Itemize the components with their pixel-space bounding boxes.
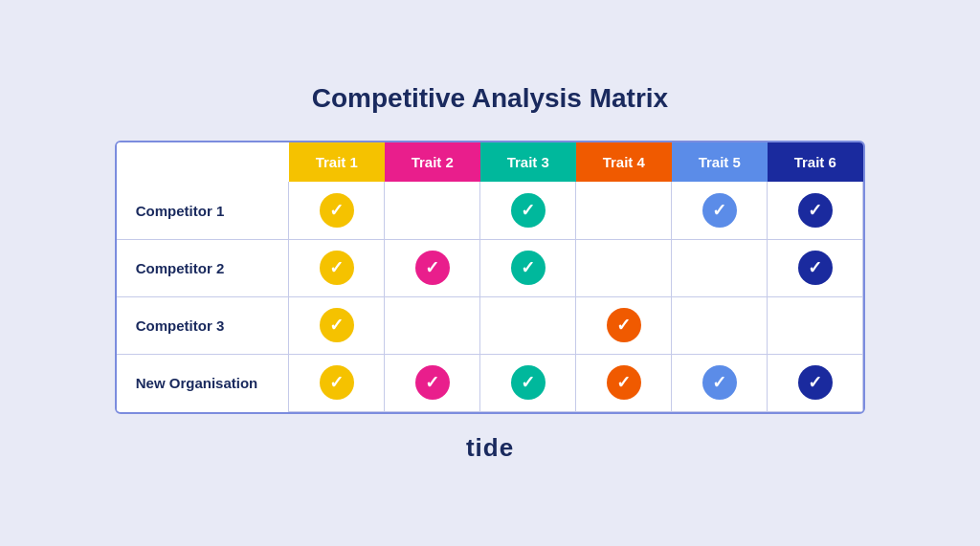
check-icon-r3-c1 [320,308,354,342]
check-icon-r1-c3 [511,193,546,228]
brand-footer: tide [466,433,514,463]
row-label-1: Competitor 1 [117,182,289,239]
check-icon-r2-c2 [415,251,450,285]
check-icon-r1-c5 [702,193,737,228]
check-icon-r4-c6 [798,365,833,400]
trait-header-5: Trait 5 [672,142,768,182]
check-icon-r1-c1 [320,193,354,228]
cell-r1-c4 [576,182,672,239]
cell-r4-c6 [768,354,863,411]
check-icon-r4-c5 [702,365,737,400]
matrix-container: Trait 1Trait 2Trait 3Trait 4Trait 5Trait… [115,141,866,414]
table-row: New Organisation [117,354,863,411]
cell-r1-c2 [385,182,480,239]
cell-r4-c1 [289,354,385,411]
page-wrapper: Competitive Analysis Matrix Trait 1Trait… [0,64,980,482]
trait-header-4: Trait 4 [576,142,672,182]
check-icon-r2-c1 [320,251,354,285]
cell-r1-c5 [672,182,768,239]
row-label-2: Competitor 2 [117,239,289,296]
check-icon-r4-c4 [607,365,641,400]
cell-r1-c1 [289,182,385,239]
check-icon-r4-c2 [415,365,450,400]
check-icon-r3-c4 [607,308,641,342]
cell-r4-c5 [672,354,768,411]
cell-r2-c5 [672,239,768,296]
competitive-matrix-table: Trait 1Trait 2Trait 3Trait 4Trait 5Trait… [117,142,864,412]
trait-header-6: Trait 6 [768,142,863,182]
cell-r2-c1 [289,239,385,296]
check-icon-r4-c3 [511,365,546,400]
cell-r4-c3 [480,354,576,411]
cell-r3-c1 [289,296,385,354]
trait-header-1: Trait 1 [289,142,385,182]
cell-r2-c4 [576,239,672,296]
cell-r2-c2 [385,239,480,296]
cell-r3-c5 [672,296,768,354]
cell-r1-c3 [480,182,576,239]
cell-r3-c4 [576,296,672,354]
cell-r3-c3 [480,296,576,354]
page-title: Competitive Analysis Matrix [312,83,668,114]
cell-r1-c6 [768,182,863,239]
cell-r3-c6 [768,296,863,354]
table-row: Competitor 2 [117,239,863,296]
cell-r3-c2 [385,296,480,354]
trait-header-3: Trait 3 [480,142,576,182]
check-icon-r1-c6 [798,193,833,228]
row-label-4: New Organisation [117,354,289,411]
cell-r4-c4 [576,354,672,411]
row-label-3: Competitor 3 [117,296,289,354]
cell-r2-c6 [768,239,863,296]
table-row: Competitor 3 [117,296,863,354]
check-icon-r2-c3 [511,251,546,285]
table-row: Competitor 1 [117,182,863,239]
cell-r2-c3 [480,239,576,296]
empty-header-cell [117,142,289,182]
check-icon-r2-c6 [798,251,833,285]
check-icon-r4-c1 [320,365,354,400]
trait-header-2: Trait 2 [385,142,480,182]
cell-r4-c2 [385,354,480,411]
